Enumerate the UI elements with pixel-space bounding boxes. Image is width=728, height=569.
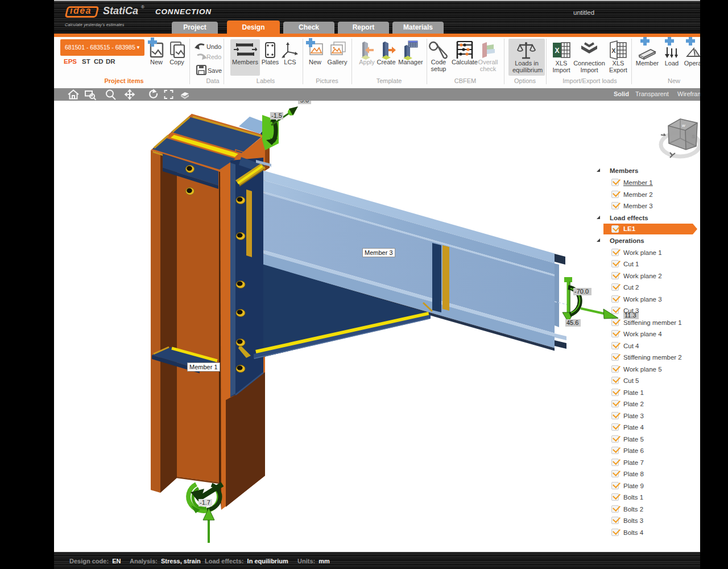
svg-text:X: X <box>611 47 616 54</box>
svg-text:X: X <box>555 47 559 55</box>
